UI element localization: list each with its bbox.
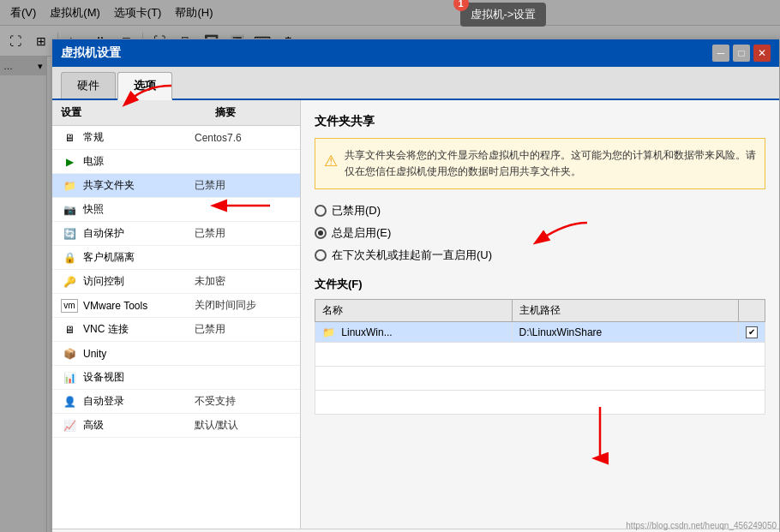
- autoprotect-icon: 🔄: [61, 227, 78, 241]
- radio-alwayson-circle: [315, 227, 327, 239]
- snapshot-name: 快照: [83, 202, 195, 217]
- power-icon: ▶: [61, 155, 78, 169]
- folder-section-title: 文件夹(F): [315, 277, 765, 292]
- radio-alwayson-label: 总是启用(E): [332, 225, 391, 241]
- folder-col-checkbox: [739, 300, 765, 322]
- tab-hardware[interactable]: 硬件: [61, 72, 116, 99]
- autoprotect-summary: 已禁用: [195, 226, 225, 241]
- advanced-summary: 默认/默认: [195, 418, 238, 433]
- deviceview-name: 设备视图: [83, 370, 195, 385]
- general-name: 常规: [83, 130, 195, 145]
- advanced-name: 高级: [83, 418, 195, 433]
- shared-folders-icon: 📁: [61, 179, 78, 193]
- shared-folders-summary: 已禁用: [195, 178, 225, 193]
- radio-disabled[interactable]: 已禁用(D): [315, 203, 765, 218]
- shared-folders-name: 共享文件夹: [83, 178, 195, 193]
- dialog-titlebar: 虚拟机设置 ─ □ ✕: [52, 39, 779, 67]
- settings-item-vnc[interactable]: 🖥 VNC 连接 已禁用: [52, 318, 300, 342]
- folder-row-icon: 📁: [322, 326, 335, 338]
- settings-item-autoprotect[interactable]: 🔄 自动保护 已禁用: [52, 222, 300, 246]
- settings-detail: 文件夹共享 ⚠ 共享文件夹会将您的文件显示给虚拟机中的程序。这可能为您的计算机和…: [301, 100, 779, 529]
- dialog-body: 设置 摘要 🖥 常规 Centos7.6 ▶ 电源 📁 共享文件夹 已禁用 📷: [52, 100, 779, 529]
- settings-list: 设置 摘要 🖥 常规 Centos7.6 ▶ 电源 📁 共享文件夹 已禁用 📷: [52, 100, 301, 529]
- dialog-minimize-btn[interactable]: ─: [712, 45, 729, 62]
- vmwaretools-name: VMware Tools: [83, 300, 195, 312]
- vnc-name: VNC 连接: [83, 322, 195, 337]
- checkbox-checked: ✔: [746, 326, 758, 338]
- vmwaretools-summary: 关闭时间同步: [195, 298, 256, 313]
- folder-row-checkbox[interactable]: ✔: [739, 322, 765, 343]
- access-name: 访问控制: [83, 274, 195, 289]
- warning-text: 共享文件夹会将您的文件显示给虚拟机中的程序。这可能为您的计算机和数据带来风险。请…: [345, 147, 756, 180]
- settings-item-power[interactable]: ▶ 电源: [52, 150, 300, 174]
- table-row[interactable]: 📁 LinuxWin... D:\LinuxWinShare ✔: [315, 322, 765, 343]
- unity-name: Unity: [83, 348, 195, 360]
- general-icon: 🖥: [61, 131, 78, 145]
- radio-disabled-label: 已禁用(D): [332, 203, 381, 218]
- settings-item-vmwaretools[interactable]: vm VMware Tools 关闭时间同步: [52, 294, 300, 318]
- vmwaretools-icon: vm: [61, 299, 78, 313]
- settings-item-advanced[interactable]: 📈 高级 默认/默认: [52, 414, 300, 438]
- table-empty-row-1: [315, 342, 765, 366]
- settings-item-unity[interactable]: 📦 Unity: [52, 342, 300, 366]
- tooltip-text: 虚拟机->设置: [471, 7, 537, 22]
- warning-box: ⚠ 共享文件夹会将您的文件显示给虚拟机中的程序。这可能为您的计算机和数据带来风险…: [315, 138, 765, 189]
- dialog-close-btn[interactable]: ✕: [753, 45, 771, 62]
- dialog-titlebar-buttons: ─ □ ✕: [712, 45, 771, 62]
- settings-list-header: 设置 摘要: [52, 100, 300, 126]
- settings-item-isolation[interactable]: 🔒 客户机隔离: [52, 246, 300, 270]
- autologin-name: 自动登录: [83, 394, 195, 409]
- radio-always-on[interactable]: 总是启用(E): [315, 225, 765, 241]
- access-summary: 未加密: [195, 274, 225, 289]
- vm-settings-dialog: 虚拟机设置 ─ □ ✕ 硬件 选项 设置 摘要 🖥 常规 Centos7.6 ▶: [51, 39, 780, 532]
- radio-shutdown-circle: [315, 249, 327, 261]
- tooltip-number: 1: [453, 0, 469, 11]
- power-name: 电源: [83, 154, 195, 169]
- list-header-col1: 设置: [61, 105, 198, 120]
- table-empty-row-2: [315, 366, 765, 390]
- isolation-name: 客户机隔离: [83, 250, 195, 265]
- settings-item-autologin[interactable]: 👤 自动登录 不受支持: [52, 390, 300, 414]
- tooltip-bubble: 1 虚拟机->设置: [460, 3, 547, 27]
- autologin-icon: 👤: [61, 395, 78, 409]
- settings-item-deviceview[interactable]: 📊 设备视图: [52, 366, 300, 390]
- radio-until-shutdown[interactable]: 在下次关机或挂起前一直启用(U): [315, 248, 765, 263]
- autoprotect-name: 自动保护: [83, 226, 195, 241]
- warning-icon: ⚠: [324, 149, 338, 180]
- detail-section-title: 文件夹共享: [315, 114, 765, 129]
- dialog-title: 虚拟机设置: [61, 45, 121, 61]
- isolation-icon: 🔒: [61, 251, 78, 265]
- folder-table: 名称 主机路径 📁 LinuxWin... D:\LinuxWinShare ✔: [315, 299, 765, 415]
- radio-shutdown-label: 在下次关机或挂起前一直启用(U): [332, 248, 492, 263]
- folder-col-name: 名称: [315, 300, 513, 322]
- settings-item-access[interactable]: 🔑 访问控制 未加密: [52, 270, 300, 294]
- watermark: https://blog.csdn.net/heuqn_456249050: [626, 521, 777, 530]
- general-summary: Centos7.6: [195, 132, 242, 144]
- deviceview-icon: 📊: [61, 371, 78, 385]
- table-empty-row-3: [315, 390, 765, 414]
- autologin-summary: 不受支持: [195, 394, 236, 409]
- folder-row-name: 📁 LinuxWin...: [315, 322, 513, 343]
- vnc-summary: 已禁用: [195, 322, 225, 337]
- snapshot-icon: 📷: [61, 203, 78, 217]
- list-header-col2: 摘要: [215, 105, 236, 120]
- dialog-maximize-btn[interactable]: □: [733, 45, 750, 62]
- settings-item-general[interactable]: 🖥 常规 Centos7.6: [52, 126, 300, 150]
- settings-item-snapshot[interactable]: 📷 快照: [52, 198, 300, 222]
- dialog-tabs: 硬件 选项: [52, 67, 779, 100]
- folder-row-path: D:\LinuxWinShare: [512, 322, 738, 343]
- vnc-icon: 🖥: [61, 323, 78, 337]
- unity-icon: 📦: [61, 347, 78, 361]
- folder-col-path: 主机路径: [512, 300, 738, 322]
- advanced-icon: 📈: [61, 419, 78, 433]
- access-icon: 🔑: [61, 275, 78, 289]
- tab-options[interactable]: 选项: [117, 72, 172, 100]
- radio-group: 已禁用(D) 总是启用(E) 在下次关机或挂起前一直启用(U): [315, 203, 765, 263]
- settings-item-shared-folders[interactable]: 📁 共享文件夹 已禁用: [52, 174, 300, 198]
- radio-disabled-circle: [315, 205, 327, 217]
